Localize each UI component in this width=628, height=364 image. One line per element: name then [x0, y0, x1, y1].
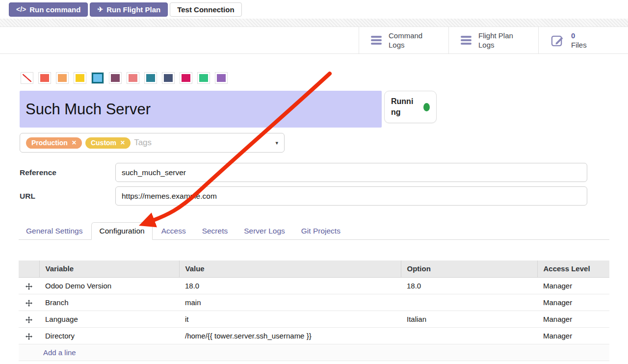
color-swatch-no-color[interactable]	[21, 72, 33, 84]
column-header-access-level: Access Level	[537, 260, 609, 277]
flight-plan-logs-button[interactable]: Flight Plan Logs	[448, 27, 538, 53]
flight-plan-logs-label-line1: Flight Plan	[478, 31, 513, 41]
url-value: https://memes.example.com	[122, 192, 217, 201]
configuration-table: Variable Value Option Access Level Odoo …	[19, 260, 609, 361]
tab-access[interactable]: Access	[154, 222, 193, 240]
table-row: Odoo Demo Version 18.0 18.0 Manager	[19, 277, 609, 294]
drag-handle-icon[interactable]	[26, 300, 32, 307]
cell-option[interactable]: Italian	[401, 311, 537, 327]
cell-value[interactable]: 18.0	[179, 277, 401, 294]
plane-icon: ✈	[97, 5, 103, 13]
table-row: Language it Italian Manager	[19, 311, 609, 327]
column-header-value: Value	[179, 260, 401, 277]
status-badge[interactable]: Running	[384, 91, 437, 123]
drag-handle-icon[interactable]	[26, 283, 32, 290]
cell-variable[interactable]: Branch	[39, 294, 179, 311]
command-logs-label-line1: Command	[389, 31, 422, 41]
run-command-label: Run command	[29, 5, 80, 14]
edit-icon	[550, 33, 564, 47]
status-label: Running	[391, 96, 417, 117]
top-toolbar: </> Run command ✈ Run Flight Plan Test C…	[0, 0, 628, 19]
url-label: URL	[20, 192, 35, 201]
color-swatch-light-blue-selected[interactable]	[91, 72, 104, 84]
cell-value[interactable]: /home/{{ tower.server.ssh_username }}	[179, 327, 401, 344]
reference-input[interactable]: such_much_server	[115, 163, 587, 182]
menu-lines-icon	[371, 36, 382, 45]
tags-input[interactable]: Production ✕ Custom ✕ Tags ▾	[20, 133, 285, 153]
add-line-row: Add a line	[19, 344, 609, 361]
drag-handle-icon[interactable]	[26, 316, 32, 323]
test-connection-button[interactable]: Test Connection	[170, 2, 241, 17]
color-swatch-dark-purple[interactable]	[109, 72, 122, 84]
reference-label: Reference	[20, 168, 56, 177]
tab-general-settings[interactable]: General Settings	[19, 222, 90, 240]
command-logs-button[interactable]: Command Logs	[359, 27, 448, 53]
drag-handle-icon[interactable]	[26, 333, 32, 340]
flight-plan-logs-label-line2: Logs	[478, 40, 513, 50]
color-swatch-fuchsia[interactable]	[180, 72, 192, 84]
hatched-divider-strip	[0, 19, 628, 27]
notebook-tabs: General Settings Configuration Access Se…	[19, 222, 609, 240]
tab-server-logs[interactable]: Server Logs	[236, 222, 292, 240]
cell-variable[interactable]: Language	[39, 311, 179, 327]
cell-variable[interactable]: Odoo Demo Version	[39, 277, 179, 294]
cell-access-level[interactable]: Manager	[537, 311, 609, 327]
cell-access-level[interactable]: Manager	[537, 294, 609, 311]
tag-custom-remove-icon[interactable]: ✕	[120, 139, 125, 146]
cell-value[interactable]: main	[179, 294, 401, 311]
status-running-dot	[423, 103, 430, 111]
cell-value[interactable]: it	[179, 311, 401, 327]
color-swatch-red[interactable]	[38, 72, 51, 84]
color-swatch-orange[interactable]	[56, 72, 69, 84]
server-name-input[interactable]: Such Much Server	[20, 91, 382, 128]
column-header-variable: Variable	[39, 260, 179, 277]
run-command-button[interactable]: </> Run command	[9, 2, 88, 17]
server-name-text: Such Much Server	[26, 101, 151, 118]
cell-access-level[interactable]: Manager	[537, 327, 609, 344]
files-label: Files	[571, 40, 587, 50]
table-row: Branch main Manager	[19, 294, 609, 311]
add-a-line-link[interactable]: Add a line	[19, 344, 609, 361]
menu-lines-icon	[461, 36, 471, 45]
cell-option[interactable]	[401, 327, 537, 344]
tag-production-remove-icon[interactable]: ✕	[72, 139, 77, 146]
code-icon: </>	[16, 5, 26, 13]
cell-variable[interactable]: Directory	[39, 327, 179, 344]
tag-pill-custom[interactable]: Custom ✕	[85, 137, 131, 149]
control-panel: Command Logs Flight Plan Logs 0 Files	[0, 27, 628, 54]
table-header-row: Variable Value Option Access Level	[19, 260, 609, 277]
run-flight-plan-label: Run Flight Plan	[106, 5, 160, 14]
command-logs-label-line2: Logs	[389, 40, 422, 50]
reference-value: such_much_server	[122, 168, 186, 177]
chevron-down-icon[interactable]: ▾	[275, 140, 278, 146]
table-row: Directory /home/{{ tower.server.ssh_user…	[19, 327, 609, 344]
files-button[interactable]: 0 Files	[538, 27, 628, 53]
url-input[interactable]: https://memes.example.com	[115, 186, 587, 206]
color-swatch-green[interactable]	[197, 72, 210, 84]
color-swatch-purple[interactable]	[215, 72, 228, 84]
test-connection-label: Test Connection	[177, 5, 234, 14]
handle-column-header	[19, 260, 39, 277]
files-count: 0	[571, 31, 587, 41]
color-swatch-dark-blue[interactable]	[162, 72, 175, 84]
cell-option[interactable]: 18.0	[401, 277, 537, 294]
tags-placeholder: Tags	[134, 138, 152, 148]
tag-production-label: Production	[31, 139, 68, 147]
color-swatch-salmon[interactable]	[127, 72, 139, 84]
cell-access-level[interactable]: Manager	[537, 277, 609, 294]
run-flight-plan-button[interactable]: ✈ Run Flight Plan	[90, 2, 168, 17]
color-swatch-yellow[interactable]	[74, 72, 86, 84]
tag-pill-production[interactable]: Production ✕	[26, 137, 82, 149]
tab-secrets[interactable]: Secrets	[195, 222, 236, 240]
cell-option[interactable]	[401, 294, 537, 311]
column-header-option: Option	[401, 260, 537, 277]
color-swatch-teal[interactable]	[144, 72, 157, 84]
color-palette	[21, 72, 228, 84]
tag-custom-label: Custom	[91, 139, 116, 147]
tab-configuration[interactable]: Configuration	[91, 222, 152, 240]
tab-git-projects[interactable]: Git Projects	[294, 222, 348, 240]
